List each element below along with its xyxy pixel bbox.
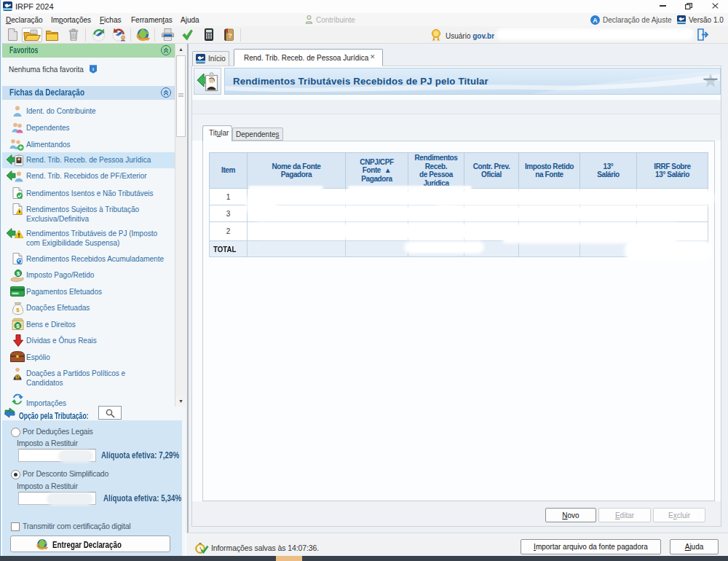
svg-text:?: ? — [228, 32, 232, 39]
svg-text:$: $ — [16, 307, 20, 313]
svg-text:$: $ — [16, 323, 20, 329]
svg-text:i: i — [92, 66, 94, 71]
svg-text:A: A — [593, 17, 598, 24]
svg-text:$: $ — [16, 375, 18, 380]
